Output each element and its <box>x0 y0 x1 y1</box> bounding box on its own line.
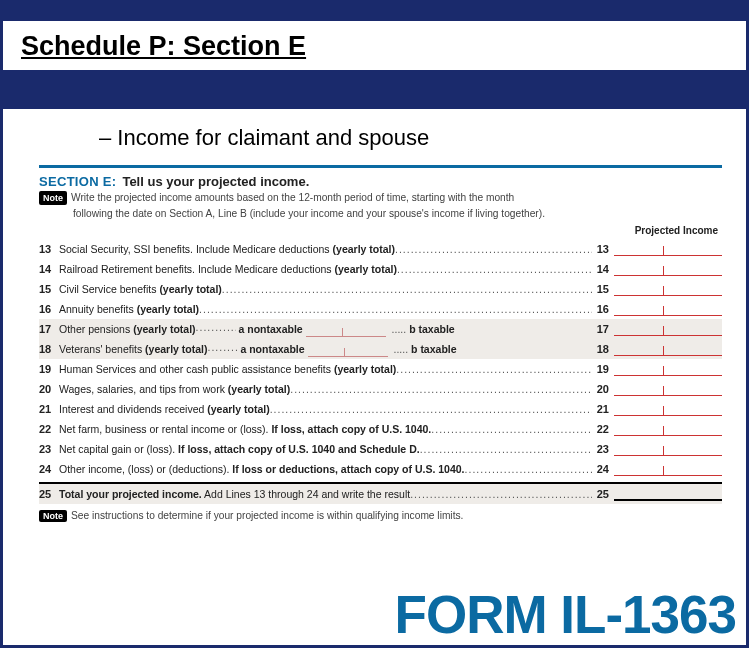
line-number: 19 <box>39 363 59 375</box>
total-field[interactable] <box>614 486 722 501</box>
note-badge: Note <box>39 510 67 522</box>
line-desc: Civil Service benefits (yearly total) <box>59 283 592 295</box>
line-15: 15 Civil Service benefits (yearly total)… <box>39 279 722 299</box>
slide-subtitle: – Income for claimant and spouse <box>3 109 746 165</box>
line-25-total: 25 Total your projected income. Add Line… <box>39 484 722 504</box>
line-22: 22 Net farm, business or rental income o… <box>39 419 722 439</box>
line-right-number: 18 <box>592 343 612 355</box>
projected-income-header: Projected Income <box>39 225 718 236</box>
amount-field[interactable] <box>614 381 722 396</box>
line-desc: Other income, (loss) or (deductions). If… <box>59 463 592 475</box>
line-desc: Railroad Retirement benefits. Include Me… <box>59 263 592 275</box>
line-number: 16 <box>39 303 59 315</box>
line-number: 20 <box>39 383 59 395</box>
line-right-number: 24 <box>592 463 612 475</box>
line-right-number: 22 <box>592 423 612 435</box>
line-right-number: 20 <box>592 383 612 395</box>
section-note-2: following the date on Section A, Line B … <box>39 207 722 221</box>
line-desc: Interest and dividends received (yearly … <box>59 403 592 415</box>
amount-field-a[interactable] <box>306 325 386 337</box>
line-number: 14 <box>39 263 59 275</box>
label-nontaxable: a nontaxable <box>239 323 303 335</box>
line-desc: Net farm, business or rental income or (… <box>59 423 592 435</box>
label-taxable: b taxable <box>409 323 455 335</box>
amount-field-b[interactable] <box>614 341 722 356</box>
line-desc: Human Services and other cash public ass… <box>59 363 592 375</box>
line-19: 19 Human Services and other cash public … <box>39 359 722 379</box>
section-tag: SECTION E: <box>39 174 116 189</box>
amount-field[interactable] <box>614 441 722 456</box>
line-13: 13 Social Security, SSI benefits. Includ… <box>39 239 722 259</box>
line-desc: Social Security, SSI benefits. Include M… <box>59 243 592 255</box>
line-16: 16 Annuity benefits (yearly total) 16 <box>39 299 722 319</box>
line-desc: Other pensions (yearly total) a nontaxab… <box>59 321 592 336</box>
amount-field[interactable] <box>614 261 722 276</box>
line-21: 21 Interest and dividends received (year… <box>39 399 722 419</box>
line-number: 18 <box>39 343 59 355</box>
label-taxable: b taxable <box>411 343 457 355</box>
line-number: 13 <box>39 243 59 255</box>
line-number: 15 <box>39 283 59 295</box>
line-23: 23 Net capital gain or (loss). If loss, … <box>39 439 722 459</box>
note-badge: Note <box>39 191 67 205</box>
line-rows: 13 Social Security, SSI benefits. Includ… <box>39 239 722 504</box>
line-desc: Net capital gain or (loss). If loss, att… <box>59 443 592 455</box>
line-17: 17 Other pensions (yearly total) a nonta… <box>39 319 722 339</box>
slide-title-text: Schedule P: Section E <box>21 31 306 61</box>
slide-title: Schedule P: Section E <box>3 21 746 70</box>
line-desc: Wages, salaries, and tips from work (yea… <box>59 383 592 395</box>
amount-field[interactable] <box>614 241 722 256</box>
form-code: FORM IL-1363 <box>3 584 740 645</box>
line-right-number: 13 <box>592 243 612 255</box>
line-right-number: 19 <box>592 363 612 375</box>
line-desc: Total your projected income. Add Lines 1… <box>59 488 592 500</box>
amount-field[interactable] <box>614 401 722 416</box>
section-rule <box>39 165 722 168</box>
line-right-number: 23 <box>592 443 612 455</box>
line-18: 18 Veterans' benefits (yearly total) a n… <box>39 339 722 359</box>
section-title: Tell us your projected income. <box>122 174 309 189</box>
amount-field-b[interactable] <box>614 321 722 336</box>
line-number: 21 <box>39 403 59 415</box>
label-nontaxable: a nontaxable <box>240 343 304 355</box>
slide-container: Schedule P: Section E – Income for claim… <box>0 0 749 648</box>
line-number: 22 <box>39 423 59 435</box>
footnote: NoteSee instructions to determine if you… <box>39 510 722 522</box>
line-number: 17 <box>39 323 59 335</box>
note-text-1: Write the projected income amounts based… <box>71 192 514 203</box>
amount-field[interactable] <box>614 361 722 376</box>
slide-header: Schedule P: Section E <box>3 3 746 109</box>
line-right-number: 16 <box>592 303 612 315</box>
line-right-number: 15 <box>592 283 612 295</box>
line-number: 24 <box>39 463 59 475</box>
footnote-text: See instructions to determine if your pr… <box>71 510 463 521</box>
line-24: 24 Other income, (loss) or (deductions).… <box>39 459 722 479</box>
amount-field[interactable] <box>614 421 722 436</box>
line-right-number: 21 <box>592 403 612 415</box>
line-right-number: 14 <box>592 263 612 275</box>
line-number: 23 <box>39 443 59 455</box>
line-20: 20 Wages, salaries, and tips from work (… <box>39 379 722 399</box>
line-right-number: 17 <box>592 323 612 335</box>
line-right-number: 25 <box>592 488 612 500</box>
form-image: SECTION E: Tell us your projected income… <box>39 165 722 522</box>
line-desc: Annuity benefits (yearly total) <box>59 303 592 315</box>
line-number: 25 <box>39 488 59 500</box>
amount-field[interactable] <box>614 301 722 316</box>
line-desc: Veterans' benefits (yearly total) a nont… <box>59 341 592 356</box>
amount-field[interactable] <box>614 461 722 476</box>
section-note-1: NoteWrite the projected income amounts b… <box>39 191 722 205</box>
amount-field[interactable] <box>614 281 722 296</box>
amount-field-a[interactable] <box>308 345 388 357</box>
section-heading: SECTION E: Tell us your projected income… <box>39 174 722 189</box>
line-14: 14 Railroad Retirement benefits. Include… <box>39 259 722 279</box>
